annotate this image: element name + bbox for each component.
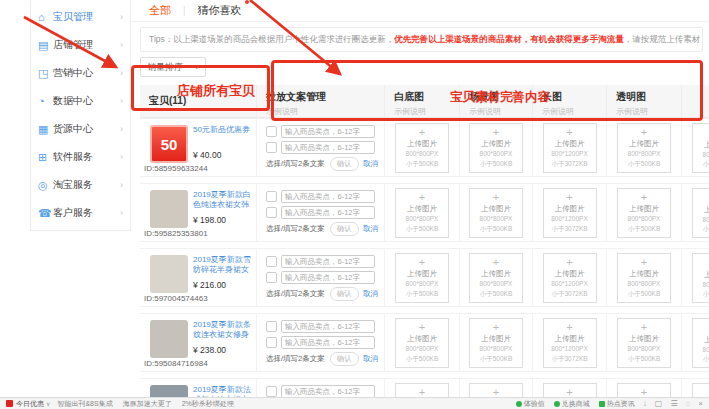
- selling-point-checkbox[interactable]: [266, 191, 277, 202]
- selling-point-input[interactable]: 输入商品卖点，6-12字: [281, 255, 375, 268]
- upload-image-button[interactable]: + 上传图片 800*800PX 小于500KB: [692, 253, 709, 303]
- plus-icon: +: [493, 322, 499, 333]
- upload-image-button[interactable]: + 上传图片 800*800PX 小于500KB: [692, 318, 709, 368]
- sidebar-item[interactable]: ◳ 营销中心 ›: [31, 59, 130, 87]
- product-title-link[interactable]: 50元新品优惠券: [193, 125, 253, 146]
- upload-image-button[interactable]: + 上传图片 800*800PX 小于500KB: [395, 318, 449, 368]
- selling-point-checkbox[interactable]: [266, 256, 277, 267]
- upload-image-button[interactable]: + 上传图片 800*800PX 小于500KB: [395, 123, 449, 173]
- bottom-bar-item[interactable]: 兑换商城: [554, 399, 590, 409]
- product-title-link[interactable]: 2019夏季新款条纹连衣裙女修身显瘦小众网红: [193, 320, 253, 341]
- selling-point-input[interactable]: 输入商品卖点，6-12字: [281, 141, 375, 154]
- upload-cell: + 上传图片 800*1200PX 小于3072KB: [533, 314, 607, 371]
- product-thumbnail[interactable]: [150, 255, 188, 293]
- selling-point-input[interactable]: 输入商品卖点，6-12字: [281, 125, 375, 138]
- selling-point-checkbox[interactable]: [266, 207, 277, 218]
- upload-image-button[interactable]: + 上传图片 800*800PX 小于500KB: [469, 318, 523, 368]
- chevron-right-icon: ›: [120, 152, 123, 162]
- header-image-sub[interactable]: 示例说明: [542, 106, 606, 117]
- tab-all[interactable]: 全部: [149, 3, 171, 18]
- confirm-button[interactable]: 确认: [330, 157, 359, 171]
- upload-filesize-spec: 小于500KB: [480, 160, 513, 168]
- upload-image-button[interactable]: + 上传图片 800*800PX 小于500KB: [469, 123, 523, 173]
- bottom-bar-tool-icon[interactable]: ×: [698, 399, 703, 408]
- bottom-bar-tool-icon[interactable]: ▢: [655, 399, 663, 408]
- cancel-button[interactable]: 取消: [363, 289, 378, 299]
- upload-image-button[interactable]: + 上传图片 800*800PX 小于500KB: [617, 318, 671, 368]
- selling-point-checkbox[interactable]: [266, 126, 277, 137]
- product-thumbnail[interactable]: 50: [150, 125, 188, 163]
- upload-image-button[interactable]: + 上传图片 800*1200PX 小于3072KB: [543, 318, 597, 368]
- sidebar-item-label: 货源中心: [53, 122, 93, 136]
- upload-filesize-spec: 小于500KB: [628, 225, 661, 233]
- selling-point-input[interactable]: 输入商品卖点，6-12字: [281, 190, 375, 203]
- selling-point-checkbox[interactable]: [266, 321, 277, 332]
- copywriting-hint: 选择/填写2条文案: [266, 159, 325, 169]
- product-thumbnail[interactable]: [150, 190, 188, 228]
- upload-cell: + 上传图片 800*800PX 小于500KB: [460, 314, 533, 371]
- selling-point-input[interactable]: 输入商品卖点，6-12字: [281, 271, 375, 284]
- sidebar-item[interactable]: ◎ 淘宝服务 ›: [31, 171, 130, 199]
- upload-image-button[interactable]: + 上传图片 800*800PX 小于500KB: [395, 188, 449, 238]
- upload-image-button[interactable]: + 上传图片 800*800PX 小于500KB: [469, 188, 523, 238]
- sidebar-item[interactable]: ☎ 客户服务 ›: [31, 199, 130, 227]
- sidebar-item-label: 数据中心: [53, 94, 93, 108]
- upload-image-button[interactable]: + 上传图片 800*800PX 小于500KB: [617, 123, 671, 173]
- promo-label[interactable]: 今日优惠: [16, 399, 44, 409]
- selling-point-checkbox[interactable]: [266, 142, 277, 153]
- product-thumbnail[interactable]: [150, 320, 188, 358]
- upload-image-button[interactable]: + 上传图片 800*1200PX 小于3072KB: [543, 253, 597, 303]
- upload-image-button[interactable]: + 上传图片 800*1200PX 小于3072KB: [543, 188, 597, 238]
- plus-icon: +: [641, 127, 647, 138]
- sidebar-item[interactable]: ⌂ 宝贝管理 ›: [31, 3, 130, 31]
- sidebar-item[interactable]: ⊞ 软件服务 ›: [31, 143, 130, 171]
- customer-icon: ☎: [38, 207, 53, 220]
- upload-image-button[interactable]: + 上传图片 800*800PX 小于500KB: [692, 188, 709, 238]
- upload-image-button[interactable]: + 上传图片 800*800PX 小于500KB: [692, 123, 709, 173]
- cancel-button[interactable]: 取消: [363, 354, 378, 364]
- selling-point-input[interactable]: 输入商品卖点，6-12字: [281, 336, 375, 349]
- bottom-bar-tool-icon[interactable]: ◌: [686, 399, 691, 408]
- header-image-sub[interactable]: 示例说明: [616, 106, 681, 117]
- selling-point-checkbox[interactable]: [266, 272, 277, 283]
- selling-point-checkbox[interactable]: [266, 337, 277, 348]
- cancel-button[interactable]: 取消: [363, 224, 378, 234]
- product-price: ¥ 238.00: [193, 345, 226, 355]
- header-image-sub[interactable]: 示例说明: [469, 106, 532, 117]
- bottom-bar-text: 智能出刊&8S集成: [57, 400, 112, 407]
- selling-point-checkbox[interactable]: [266, 386, 277, 397]
- table-row: 2019夏季新款雪纺碎花半身裙女中长款韩版白 ¥ 216.00 ID:59700…: [140, 248, 709, 307]
- upload-label: 上传图片: [704, 270, 709, 280]
- upload-size-spec: 800*800PX: [406, 215, 439, 223]
- upload-image-button[interactable]: + 上传图片 800*800PX 小于500KB: [469, 253, 523, 303]
- upload-image-button[interactable]: + 上传图片 800*800PX 小于500KB: [617, 188, 671, 238]
- upload-image-button[interactable]: + 上传图片 800*800PX 小于500KB: [395, 253, 449, 303]
- selling-point-input[interactable]: 输入商品卖点，6-12字: [281, 320, 375, 333]
- tips-detail-link[interactable]: 查看详情>: [702, 34, 703, 46]
- upload-image-button[interactable]: + 上传图片 800*800PX 小于500KB: [617, 253, 671, 303]
- sidebar-item[interactable]: ▤ 店铺管理 ›: [31, 31, 130, 59]
- tab-guess-you-like[interactable]: 猜你喜欢: [198, 3, 242, 18]
- confirm-button[interactable]: 确认: [330, 352, 359, 366]
- chevron-down-icon[interactable]: ∨: [46, 400, 50, 407]
- selling-point-input[interactable]: 输入商品卖点，6-12字: [281, 206, 375, 219]
- bottom-bar-item[interactable]: 体验值: [516, 399, 545, 409]
- table-body: 50 50元新品优惠券 ¥ 40.00 ID:585959633244 输入商品…: [140, 118, 709, 409]
- sidebar-item-label: 宝贝管理: [53, 10, 93, 24]
- upload-cell: + 上传图片 800*800PX 小于500KB: [460, 119, 533, 176]
- upload-image-button[interactable]: + 上传图片 800*1200PX 小于3072KB: [543, 123, 597, 173]
- sidebar-item[interactable]: ▦ 货源中心 ›: [31, 115, 130, 143]
- upload-filesize-spec: 小于500KB: [406, 355, 439, 363]
- bottom-bar-tool-icon[interactable]: ↓: [643, 399, 647, 408]
- header-image-column: 场景图 示例说明: [460, 85, 533, 117]
- header-image-sub[interactable]: 示例说明: [394, 106, 459, 117]
- bottom-bar-tool-icon[interactable]: ☰: [670, 399, 677, 408]
- sort-dropdown[interactable]: 销量排序 ∨: [140, 57, 206, 77]
- product-title-link[interactable]: 2019夏季新款雪纺碎花半身裙女中长款韩版白: [193, 255, 253, 276]
- bottom-bar-item[interactable]: 热点资讯: [599, 399, 635, 409]
- cancel-button[interactable]: 取消: [363, 159, 378, 169]
- product-title-link[interactable]: 2019夏季新款白色纯连衣裙女韩版短袖T恤中长款: [193, 190, 253, 211]
- confirm-button[interactable]: 确认: [330, 287, 359, 301]
- sidebar-item[interactable]: ◔ 数据中心 ›: [31, 87, 130, 115]
- confirm-button[interactable]: 确认: [330, 222, 359, 236]
